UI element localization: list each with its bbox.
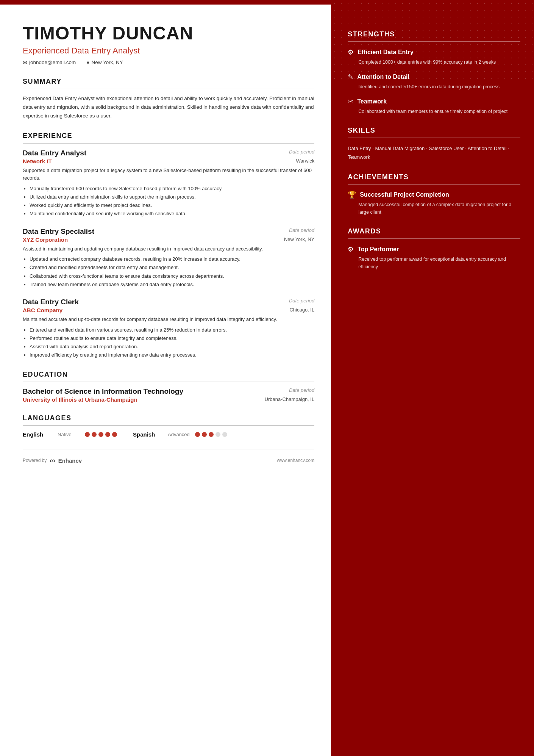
languages-divider: [23, 425, 314, 426]
job-2-header: Data Entry Specialist Date period: [23, 227, 314, 236]
strengths-title: STRENGTHS: [348, 30, 520, 38]
strengths-section: STRENGTHS ⚙ Efficient Data Entry Complet…: [348, 30, 520, 115]
lang-1-name: English: [23, 431, 53, 438]
job-1-company-row: Network IT Warwick: [23, 158, 314, 164]
dot: [195, 432, 200, 437]
skills-divider: [348, 138, 520, 138]
top-bar: [0, 0, 331, 5]
job-2-bullet-3: Collaborated with cross-functional teams…: [30, 272, 314, 280]
right-column: STRENGTHS ⚙ Efficient Data Entry Complet…: [331, 0, 534, 756]
email-text: johndoe@email.com: [29, 59, 76, 65]
email-icon: ✉: [23, 59, 27, 66]
award-1: ⚙ Top Performer Received top performer a…: [348, 245, 520, 271]
job-2-date: Date period: [289, 227, 314, 233]
education-item: Bachelor of Science in Information Techn…: [23, 387, 314, 403]
job-3-company-row: ABC Company Chicago, IL: [23, 307, 314, 313]
education-section: EDUCATION Bachelor of Science in Informa…: [23, 371, 314, 403]
dot: [209, 432, 214, 437]
strength-3-desc: Collaborated with team members to ensure…: [348, 108, 520, 115]
strength-3: ✂ Teamwork Collaborated with team member…: [348, 97, 520, 115]
enhancv-brand: Enhancv: [58, 457, 82, 464]
strength-1-header: ⚙ Efficient Data Entry: [348, 48, 520, 56]
award-icon: ⚙: [348, 245, 354, 254]
award-1-desc: Received top performer award for excepti…: [348, 255, 520, 271]
strength-1: ⚙ Efficient Data Entry Completed 1000+ d…: [348, 48, 520, 66]
job-2-desc: Assisted in maintaining and updating com…: [23, 245, 314, 253]
powered-by-text: Powered by: [23, 458, 47, 463]
edu-degree: Bachelor of Science in Information Techn…: [23, 387, 183, 396]
job-3-header: Data Entry Clerk Date period: [23, 298, 314, 306]
strength-2-header: ✎ Attention to Detail: [348, 73, 520, 81]
summary-title: SUMMARY: [23, 78, 314, 86]
job-2-bullet-4: Trained new team members on database sys…: [30, 280, 314, 289]
dot: [112, 432, 117, 437]
education-title: EDUCATION: [23, 371, 314, 379]
job-3-location: Chicago, IL: [289, 307, 314, 313]
awards-divider: [348, 238, 520, 239]
efficient-icon: ⚙: [348, 48, 354, 56]
location-text: New York, NY: [91, 59, 123, 65]
edu-university: University of Illinois at Urbana-Champai…: [23, 396, 137, 403]
edu-date: Date period: [289, 387, 314, 393]
job-3-bullet-2: Performed routine audits to ensure data …: [30, 334, 314, 343]
contact-row: ✉ johndoe@email.com ● New York, NY: [23, 59, 314, 66]
languages-row: English Native Spanish Advanced: [23, 431, 314, 438]
job-3-bullet-3: Assisted with data analysis and report g…: [30, 343, 314, 351]
summary-divider: [23, 89, 314, 89]
achievement-1-desc: Managed successful completion of a compl…: [348, 201, 520, 216]
job-2-bullet-1: Updated and corrected company database r…: [30, 255, 314, 263]
job-2-location: New York, NY: [284, 236, 314, 243]
enhancv-logo-icon: ∞: [50, 456, 55, 465]
job-3-desc: Maintained accurate and up-to-date recor…: [23, 316, 314, 324]
summary-text: Experienced Data Entry Analyst with exce…: [23, 94, 314, 121]
candidate-title: Experienced Data Entry Analyst: [23, 46, 314, 56]
job-1-company: Network IT: [23, 158, 52, 164]
footer-powered: Powered by ∞ Enhancv: [23, 456, 82, 465]
awards-title: AWARDS: [348, 227, 520, 235]
trophy-icon: 🏆: [348, 191, 356, 199]
achievement-1: 🏆 Successful Project Completion Managed …: [348, 191, 520, 216]
attention-icon: ✎: [348, 73, 353, 81]
lang-1-level: Native: [58, 432, 80, 437]
edu-uni-row: University of Illinois at Urbana-Champai…: [23, 396, 314, 403]
job-1-date: Date period: [289, 149, 314, 155]
dot: [85, 432, 90, 437]
achievements-section: ACHIEVEMENTS 🏆 Successful Project Comple…: [348, 173, 520, 216]
strength-2: ✎ Attention to Detail Identified and cor…: [348, 73, 520, 91]
edu-location: Urbana-Champaign, IL: [265, 396, 315, 403]
job-2-title: Data Entry Specialist: [23, 227, 94, 236]
award-1-title: Top Performer: [358, 246, 399, 253]
job-3-title: Data Entry Clerk: [23, 298, 79, 306]
strength-3-title: Teamwork: [357, 98, 387, 105]
dot: [92, 432, 97, 437]
languages-section: LANGUAGES English Native Spanish Advance…: [23, 414, 314, 438]
summary-section: SUMMARY Experienced Data Entry Analyst w…: [23, 78, 314, 121]
job-2-bullet-2: Created and modified spreadsheets for da…: [30, 263, 314, 272]
dot: [105, 432, 110, 437]
achievement-1-header: 🏆 Successful Project Completion: [348, 191, 520, 199]
left-column: TIMOTHY DUNCAN Experienced Data Entry An…: [0, 0, 331, 756]
email-item: ✉ johndoe@email.com: [23, 59, 76, 66]
job-3-company: ABC Company: [23, 307, 62, 313]
strength-3-header: ✂ Teamwork: [348, 97, 520, 106]
dot: [98, 432, 103, 437]
award-1-header: ⚙ Top Performer: [348, 245, 520, 254]
teamwork-icon: ✂: [348, 97, 353, 106]
skills-section: SKILLS Data Entry · Manual Data Migratio…: [348, 127, 520, 162]
lang-1-dots: [85, 432, 117, 437]
job-1-location: Warwick: [296, 158, 315, 164]
job-1-bullet-3: Worked quickly and efficiently to meet p…: [30, 201, 314, 210]
achievement-1-title: Successful Project Completion: [360, 191, 449, 198]
experience-title: EXPERIENCE: [23, 132, 314, 140]
lang-2-dots: [195, 432, 227, 437]
strengths-divider: [348, 41, 520, 42]
job-2-company-row: XYZ Corporation New York, NY: [23, 236, 314, 243]
achievements-divider: [348, 184, 520, 185]
lang-2-level: Advanced: [168, 432, 190, 437]
job-1-bullet-4: Maintained confidentiality and security …: [30, 210, 314, 218]
achievements-title: ACHIEVEMENTS: [348, 173, 520, 181]
job-3-date: Date period: [289, 298, 314, 304]
job-1-bullet-2: Utilized data entry and administration s…: [30, 193, 314, 201]
experience-divider: [23, 143, 314, 144]
experience-section: EXPERIENCE Data Entry Analyst Date perio…: [23, 132, 314, 359]
